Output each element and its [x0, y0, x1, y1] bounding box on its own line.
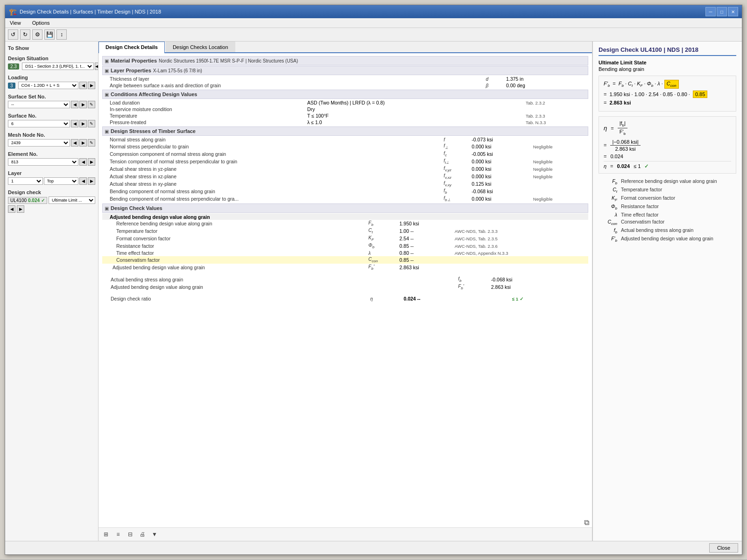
element-no-next[interactable]: ▶: [88, 158, 95, 166]
layer-name-select[interactable]: Top: [44, 177, 79, 185]
stress-shear-xy-name: Actual shear stress in xy-plane: [102, 180, 442, 188]
layer-select[interactable]: 1: [8, 177, 43, 185]
eta-equals: =: [611, 126, 613, 131]
mesh-node-action[interactable]: ✎: [88, 139, 95, 147]
stress-shear-yz-value: 0.000 ksi: [470, 165, 531, 173]
surface-set-prev[interactable]: ◀: [71, 101, 78, 108]
surface-set-select[interactable]: --: [8, 101, 70, 108]
section-material-props[interactable]: ▣ Material Properties Nordic Structures …: [102, 56, 588, 65]
stress-perp-ref: Negligible: [531, 143, 588, 150]
kf-ref: AWC-NDS, Tab. 2.3.5: [453, 235, 588, 242]
toolbar-btn-3[interactable]: ⚙: [32, 29, 42, 40]
cond-pressure-ref: Tab. N.3.3: [524, 119, 588, 126]
actual-values-table: Actual bending stress along grain fb -0.…: [102, 276, 588, 291]
toolbar-btn-5[interactable]: ↕: [56, 29, 67, 40]
layer-label: Layer: [8, 170, 95, 176]
bottom-icon-dropdown[interactable]: ▼: [150, 530, 159, 539]
mesh-node-next[interactable]: ▶: [79, 139, 87, 147]
loading-next[interactable]: ▶: [88, 82, 95, 89]
table-row: In-service moisture condition Dry: [102, 106, 588, 112]
panel-content: ▣ Material Properties Nordic Structures …: [99, 53, 592, 306]
surface-set-label: Surface Set No.: [8, 94, 95, 99]
formula-line-1: F'b = Fb · Ct · KF · Φb · λ · Ccon: [604, 80, 731, 89]
element-no-select[interactable]: 813: [8, 158, 78, 166]
eta-symbol: η: [604, 125, 607, 132]
stress-shear-xy-symbol: fv,xy: [442, 180, 470, 188]
clipboard-icon[interactable]: ⧉: [584, 518, 589, 526]
bottom-icon-4[interactable]: 🖨: [138, 530, 147, 539]
surface-no-action[interactable]: ✎: [88, 120, 95, 127]
formula-result: 2.863 ksi: [609, 100, 631, 105]
design-check-label: Design check: [8, 189, 95, 195]
toolbar-btn-2[interactable]: ↻: [20, 29, 30, 40]
copy-to-clipboard[interactable]: ⧉: [584, 518, 589, 527]
design-check-prev[interactable]: ◀: [8, 205, 15, 213]
menu-view[interactable]: View: [7, 19, 24, 27]
section-design-stresses[interactable]: ▣ Design Stresses of Timber Surface: [102, 126, 588, 136]
actual-fb-name: Actual bending stress along grain: [102, 276, 456, 283]
legend-desc-fbp: Adjusted bending design value along grai…: [621, 236, 713, 241]
surface-set-action[interactable]: ✎: [88, 101, 95, 108]
legend-desc-fb: Reference bending design value along gra…: [621, 178, 717, 184]
actual-fbp-name: Adjusted bending design value along grai…: [102, 283, 456, 291]
section-conditions-title: Conditions Affecting Design Values: [111, 91, 197, 97]
ccon-value: 0.85 --: [398, 256, 453, 264]
minimize-button[interactable]: ─: [705, 7, 716, 16]
bottom-icon-3[interactable]: ⊟: [126, 530, 135, 539]
section-conditions[interactable]: ▣ Conditions Affecting Design Values: [102, 90, 588, 99]
legend-desc-ccon: Conservatism factor: [621, 219, 664, 224]
formula-terms: Fb · Ct · KF · Φb · λ · Ccon: [619, 80, 679, 89]
design-check-type-select[interactable]: Ultimate Limit ...: [49, 196, 95, 204]
loading-prev[interactable]: ◀: [79, 82, 87, 89]
formula-equals-1: =: [613, 81, 615, 86]
kf-value: 2.54 --: [398, 235, 453, 242]
surface-no-next[interactable]: ▶: [79, 120, 87, 127]
kf-name: Format conversion factor: [102, 235, 366, 242]
toolbar-btn-4[interactable]: 💾: [44, 29, 55, 40]
ccon-highlight: Ccon: [664, 80, 679, 89]
tab-details[interactable]: Design Check Details: [99, 42, 165, 53]
center-bottom-toolbar: ⊞ ≡ ⊟ 🖨 ▼: [99, 527, 592, 541]
stress-shear-xz-name: Actual shear stress in xz-plane: [102, 173, 442, 180]
layer-next[interactable]: ▶: [88, 177, 95, 185]
element-no-prev[interactable]: ◀: [79, 158, 87, 166]
adjusted-bending-header: Adjusted bending design value along grai…: [102, 213, 588, 220]
cond-moisture-name: In-service moisture condition: [102, 106, 296, 112]
surface-set-next[interactable]: ▶: [79, 101, 87, 108]
stress-bending-perp-value: 0.000 ksi: [470, 195, 531, 203]
loading-select[interactable]: CO4 - 1.20D + L + S: [18, 82, 78, 89]
bottom-icon-2[interactable]: ≡: [113, 530, 123, 539]
layer-prev[interactable]: ◀: [79, 177, 87, 185]
ccon-name: Conservatism factor: [102, 256, 366, 264]
stress-bending-perp-name: Bending component of normal stress perpe…: [102, 195, 442, 203]
surface-no-prev[interactable]: ◀: [71, 120, 78, 127]
collapse-icon-stresses: ▣: [105, 129, 109, 134]
prop-thickness-name: Thickness of layer: [102, 76, 484, 82]
section-layer-props[interactable]: ▣ Layer Properties X-Lam 175-5s (6 7/8 i…: [102, 66, 588, 75]
lambda-symbol: λ: [366, 250, 398, 256]
menu-options[interactable]: Options: [29, 19, 53, 27]
mesh-node-prev[interactable]: ◀: [71, 139, 78, 147]
surface-no-select[interactable]: 6: [8, 120, 70, 127]
lambda-name: Time effect factor: [102, 250, 366, 256]
bottom-icon-1[interactable]: ⊞: [101, 530, 111, 539]
to-show-label: To Show: [8, 45, 95, 51]
phi-name: Resistance factor: [102, 242, 366, 250]
cond-pressure-value: λ ≤ 1.0: [305, 119, 524, 126]
design-check-next[interactable]: ▶: [17, 205, 24, 213]
table-row: Time effect factor λ 0.80 -- AWC-NDS, Ap…: [102, 250, 588, 256]
design-situation-select[interactable]: DS1 - Section 2.3 (LRFD), 1. t...: [22, 63, 94, 70]
mesh-node-select[interactable]: 2439: [8, 139, 70, 147]
actual-fbp-symbol: Fb': [456, 283, 489, 291]
ratio-ref: ≤ 1 ✓: [510, 295, 588, 302]
design-check-id: UL4100: [10, 198, 27, 203]
table-row: Bending component of normal stress perpe…: [102, 195, 588, 203]
tab-location[interactable]: Design Checks Location: [166, 42, 235, 52]
section-dcv[interactable]: ▣ Design Check Values: [102, 203, 588, 213]
toolbar-btn-1[interactable]: ↺: [8, 29, 18, 40]
maximize-button[interactable]: □: [717, 7, 727, 16]
close-button[interactable]: Close: [709, 543, 738, 553]
design-situation-prev[interactable]: ◀: [95, 63, 99, 70]
table-row: Compression component of normal stress a…: [102, 150, 588, 158]
window-close-button[interactable]: ✕: [728, 7, 738, 16]
